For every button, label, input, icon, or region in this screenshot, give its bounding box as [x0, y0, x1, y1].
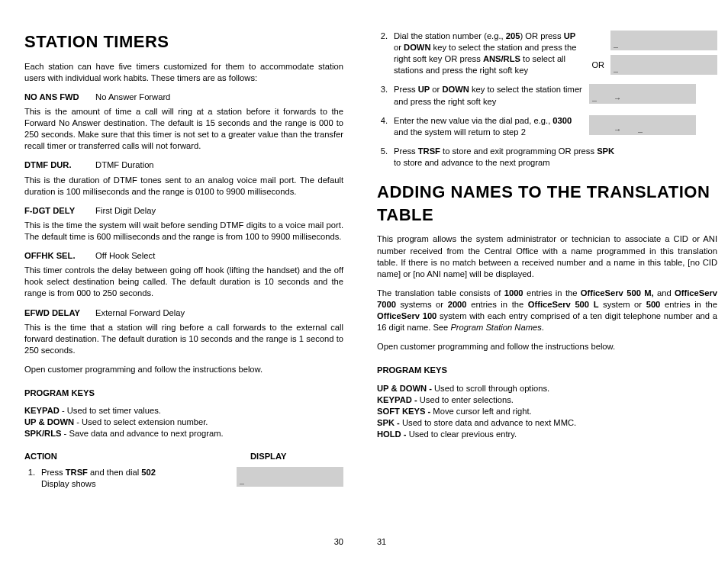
trans-p3: Open customer programming and follow the… [377, 341, 717, 352]
timer-desc: This is the amount of time a call will r… [24, 106, 343, 152]
action-display-header: ACTION DISPLAY [24, 451, 343, 462]
step: 3.Press UP or DOWN key to select the sta… [377, 84, 717, 107]
step: 2.Dial the station number (e.g., 205) OR… [377, 31, 717, 76]
trans-p2: The translation table consists of 1000 e… [377, 288, 717, 333]
lcd-display: _ [610, 55, 717, 75]
timer-desc: This is the time the system will wait be… [24, 220, 343, 243]
timer-definitions: NO ANS FWD No Answer ForwardThis is the … [24, 92, 343, 364]
or-label: OR [592, 60, 605, 71]
timer-desc: This timer controls the delay between go… [24, 265, 343, 299]
lcd-display: _ → [589, 84, 696, 104]
program-keys-list: UP & DOWN - Used to scroll through optio… [377, 383, 717, 441]
program-key-line: UP & DOWN - Used to scroll through optio… [377, 383, 717, 394]
step: 4.Enter the new value via the dial pad, … [377, 115, 717, 138]
col-action: ACTION [24, 451, 250, 462]
program-keys-list: KEYPAD - Used to set timer values.UP & D… [24, 405, 343, 439]
lcd-display: _ [610, 31, 717, 50]
page-number: 30 [24, 527, 343, 548]
program-key-line: KEYPAD - Used to enter selections. [377, 394, 717, 406]
step-1: 1. Press TRSF and then dial 502 Display … [24, 467, 343, 490]
page-left: STATION TIMERS Each station can have fiv… [24, 31, 343, 548]
page-right: 2.Dial the station number (e.g., 205) OR… [377, 31, 717, 548]
timer-term: F-DGT DELY First Digit Delay [24, 205, 343, 217]
heading-station-timers: STATION TIMERS [24, 31, 343, 53]
timer-desc: This is the time that a station will rin… [24, 322, 343, 356]
program-key-line: SPK/RLS - Save data and advance to next … [24, 428, 343, 439]
col-display: DISPLAY [250, 451, 343, 462]
step-1-text: Press TRSF and then dial 502 Display sho… [41, 467, 230, 490]
intro-text: Each station can have five timers custom… [24, 61, 343, 84]
program-key-line: SPK - Used to store data and advance to … [377, 417, 717, 429]
timer-term: NO ANS FWD No Answer Forward [24, 92, 343, 103]
heading-translation-table: ADDING NAMES TO THE TRANSLATION TABLE [377, 181, 717, 226]
program-keys-heading: PROGRAM KEYS [24, 388, 343, 399]
steps-continued: 2.Dial the station number (e.g., 205) OR… [377, 31, 717, 176]
program-key-line: UP & DOWN - Used to select extension num… [24, 417, 343, 428]
program-key-line: HOLD - Used to clear previous entry. [377, 429, 717, 440]
program-keys-heading: PROGRAM KEYS [377, 365, 717, 376]
lcd-display: → _ [589, 115, 696, 135]
program-key-line: KEYPAD - Used to set timer values. [24, 405, 343, 417]
timer-term: EFWD DELAY External Forward Delay [24, 307, 343, 319]
timer-term: OFFHK SEL. Off Hook Select [24, 250, 343, 262]
lcd-display: _ [237, 467, 343, 487]
program-key-line: SOFT KEYS - Move cursor left and right. [377, 406, 717, 417]
page-spread: STATION TIMERS Each station can have fiv… [24, 31, 704, 548]
timer-term: DTMF DUR. DTMF Duration [24, 159, 343, 171]
step: 5.Press TRSF to store and exit programmi… [377, 146, 717, 169]
timer-desc: This is the duration of DTMF tones sent … [24, 175, 343, 198]
trans-p1: This program allows the system administr… [377, 233, 717, 279]
page-number: 31 [377, 527, 717, 548]
open-cp-text: Open customer programming and follow the… [24, 364, 343, 375]
